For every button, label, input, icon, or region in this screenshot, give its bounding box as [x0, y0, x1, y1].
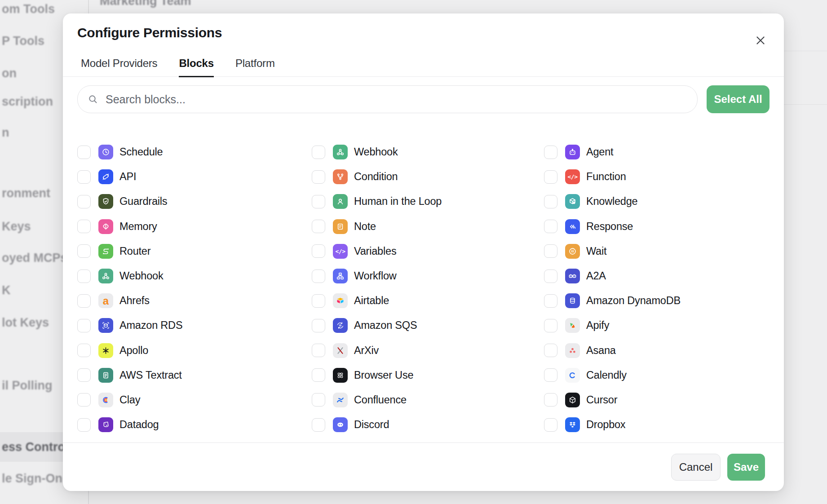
block-checkbox-apollo[interactable] [77, 344, 91, 357]
block-item-api[interactable]: API [77, 164, 312, 189]
block-checkbox-airtable[interactable] [312, 294, 325, 308]
block-checkbox-aws-textract[interactable] [77, 368, 91, 382]
block-item-confluence[interactable]: Confluence [312, 388, 544, 412]
background-sidebar-item: on [2, 66, 17, 80]
block-item-discord[interactable]: Discord [312, 412, 544, 437]
block-checkbox-router[interactable] [77, 244, 91, 258]
block-checkbox-workflow[interactable] [312, 270, 325, 283]
block-item-airtable[interactable]: Airtable [312, 288, 544, 313]
block-item-cursor[interactable]: Cursor [544, 388, 771, 412]
block-item-datadog[interactable]: Datadog [77, 412, 312, 437]
block-checkbox-cursor[interactable] [544, 393, 557, 407]
block-item-webhook[interactable]: Webhook [77, 264, 312, 288]
clay-icon [98, 393, 113, 407]
block-label: Webhook [354, 146, 398, 158]
block-checkbox-discord[interactable] [312, 418, 325, 432]
block-item-human-in-the-loop[interactable]: Human in the Loop [312, 189, 544, 214]
block-checkbox-amazon-sqs[interactable] [312, 319, 325, 332]
function-icon: </> [565, 169, 580, 184]
block-label: Airtable [354, 295, 389, 307]
block-item-workflow[interactable]: Workflow [312, 264, 544, 288]
save-button[interactable]: Save [727, 454, 765, 481]
block-checkbox-calendly[interactable] [544, 368, 557, 382]
block-item-browser-use[interactable]: Browser Use [312, 363, 544, 388]
block-item-amazon-sqs[interactable]: Amazon SQS [312, 313, 544, 338]
block-item-webhook[interactable]: Webhook [312, 140, 544, 164]
block-item-router[interactable]: Router [77, 239, 312, 264]
block-checkbox-api[interactable] [77, 170, 91, 184]
block-item-aws-textract[interactable]: AWS Textract [77, 363, 312, 388]
block-item-arxiv[interactable]: ArXiv [312, 338, 544, 363]
block-checkbox-note[interactable] [312, 220, 325, 233]
block-checkbox-response[interactable] [544, 220, 557, 233]
block-item-apify[interactable]: Apify [544, 313, 771, 338]
block-item-asana[interactable]: Asana [544, 338, 771, 363]
tab-blocks[interactable]: Blocks [179, 57, 214, 77]
block-checkbox-clay[interactable] [77, 393, 91, 407]
tab-platform[interactable]: Platform [235, 57, 275, 77]
block-item-variables[interactable]: </>Variables [312, 239, 544, 264]
block-checkbox-amazon-rds[interactable] [77, 319, 91, 332]
tab-model-providers[interactable]: Model Providers [81, 57, 157, 77]
block-checkbox-schedule[interactable] [77, 146, 91, 159]
search-bar [77, 85, 698, 113]
block-checkbox-condition[interactable] [312, 170, 325, 184]
block-checkbox-browser-use[interactable] [312, 368, 325, 382]
block-checkbox-datadog[interactable] [77, 418, 91, 432]
block-checkbox-arxiv[interactable] [312, 344, 325, 357]
block-checkbox-ahrefs[interactable] [77, 294, 91, 308]
webhook-icon [98, 269, 113, 283]
block-checkbox-agent[interactable] [544, 146, 557, 159]
block-item-amazon-dynamodb[interactable]: Amazon DynamoDB [544, 288, 771, 313]
blocks-grid: ScheduleWebhookAgentAPICondition</>Funct… [77, 140, 771, 437]
block-item-a2a[interactable]: A2A [544, 264, 771, 288]
footer-divider [63, 442, 784, 443]
block-item-dropbox[interactable]: Dropbox [544, 412, 771, 437]
block-checkbox-memory[interactable] [77, 220, 91, 233]
cancel-button[interactable]: Cancel [671, 454, 721, 481]
block-item-apollo[interactable]: Apollo [77, 338, 312, 363]
block-checkbox-webhook[interactable] [312, 146, 325, 159]
apollo-icon [98, 343, 113, 358]
block-checkbox-human-in-the-loop[interactable] [312, 195, 325, 208]
background-sidebar-item: ess Control [2, 440, 69, 454]
api-icon [98, 169, 113, 184]
block-checkbox-function[interactable] [544, 170, 557, 184]
block-checkbox-knowledge[interactable] [544, 195, 557, 208]
webhook-icon [333, 145, 348, 159]
block-checkbox-apify[interactable] [544, 319, 557, 332]
block-checkbox-a2a[interactable] [544, 270, 557, 283]
block-checkbox-guardrails[interactable] [77, 195, 91, 208]
block-item-note[interactable]: Note [312, 214, 544, 239]
block-item-memory[interactable]: Memory [77, 214, 312, 239]
block-label: Wait [586, 245, 606, 257]
block-checkbox-webhook[interactable] [77, 270, 91, 283]
block-item-knowledge[interactable]: Knowledge [544, 189, 771, 214]
select-all-button[interactable]: Select All [707, 85, 770, 113]
block-item-calendly[interactable]: Calendly [544, 363, 771, 388]
block-item-wait[interactable]: Wait [544, 239, 771, 264]
block-item-schedule[interactable]: Schedule [77, 140, 312, 164]
block-item-clay[interactable]: Clay [77, 388, 312, 412]
block-checkbox-wait[interactable] [544, 244, 557, 258]
search-input[interactable] [105, 93, 687, 106]
block-checkbox-variables[interactable] [312, 244, 325, 258]
block-checkbox-amazon-dynamodb[interactable] [544, 294, 557, 308]
block-checkbox-dropbox[interactable] [544, 418, 557, 432]
background-page-title: Marketing Team [100, 0, 191, 8]
dynamodb-icon [565, 293, 580, 308]
block-item-function[interactable]: </>Function [544, 164, 771, 189]
block-item-condition[interactable]: Condition [312, 164, 544, 189]
block-item-response[interactable]: Response [544, 214, 771, 239]
block-item-amazon-rds[interactable]: Amazon RDS [77, 313, 312, 338]
background-sidebar-item: il Polling [2, 379, 53, 393]
block-label: Confluence [354, 394, 407, 406]
block-checkbox-confluence[interactable] [312, 393, 325, 407]
block-item-guardrails[interactable]: Guardrails [77, 189, 312, 214]
background-sidebar-item: om Tools [2, 2, 55, 16]
background-sidebar-item: scription [2, 95, 53, 109]
block-item-ahrefs[interactable]: aAhrefs [77, 288, 312, 313]
block-checkbox-asana[interactable] [544, 344, 557, 357]
block-item-agent[interactable]: Agent [544, 140, 771, 164]
close-icon[interactable] [752, 32, 769, 49]
